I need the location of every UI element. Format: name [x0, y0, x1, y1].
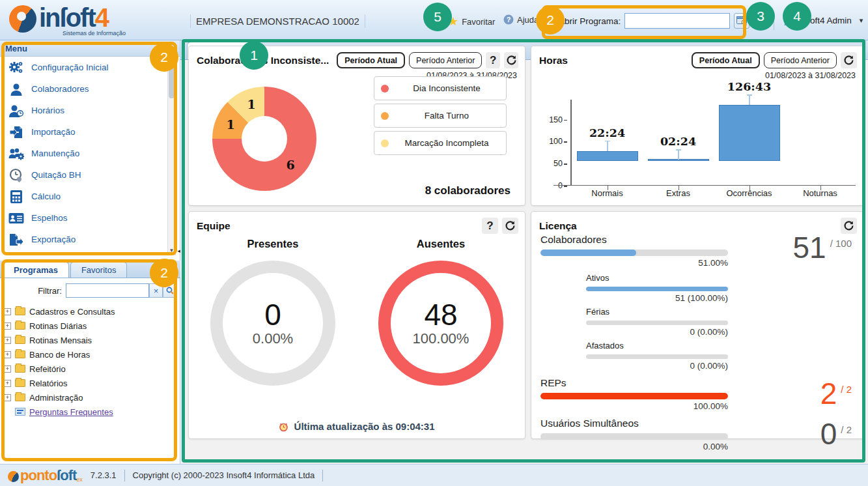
count-suffix: / 100	[830, 238, 852, 249]
error-bar	[607, 141, 608, 151]
legend-label: Marcação Incompleta	[394, 138, 499, 148]
tree-item-banco-de-horas[interactable]: +Banco de Horas	[4, 347, 180, 362]
legend-item-dia-inconsistente[interactable]: Dia Inconsistente	[374, 76, 507, 100]
progress-fill	[586, 287, 728, 291]
filter-input[interactable]	[66, 283, 149, 298]
progress-fill	[540, 393, 728, 399]
expand-icon[interactable]: +	[4, 351, 11, 358]
filter-search-button[interactable]	[163, 283, 176, 298]
count-value: 51	[792, 234, 826, 263]
panel-title: Equipe	[197, 220, 231, 232]
x-label-noturnas: Noturnas	[785, 188, 856, 201]
scroll-down-arrow-icon[interactable]: ▼	[168, 246, 175, 255]
license-row-usuarios: Usuários Simultâneos 0.00% 0 / 2	[540, 418, 856, 451]
menu-item-calculo[interactable]: Cálculo	[0, 186, 167, 207]
menu-item-manutencao[interactable]: Manutenção	[0, 143, 167, 164]
help-button[interactable]: ? Ajuda	[503, 14, 539, 25]
tree-item-label: Relatórios	[29, 379, 68, 388]
x-axis-labels: Normais Extras Ocorrências Noturnas	[572, 188, 856, 201]
refresh-icon	[505, 220, 516, 231]
open-program-lookup-button[interactable]	[734, 13, 749, 29]
period-previous-tab[interactable]: Período Anterior	[764, 52, 837, 68]
user-avatar-icon	[783, 14, 794, 26]
percent-label: 51.00%	[540, 258, 728, 268]
y-tick: 0	[558, 181, 563, 190]
tree-item-rotinas-mensais[interactable]: +Rotinas Mensais	[4, 333, 180, 347]
expand-icon[interactable]: +	[4, 380, 11, 387]
refresh-icon	[843, 220, 854, 231]
y-tick: 100	[549, 137, 563, 146]
panel-horas: Horas Período Atual Período Anterior 01/…	[531, 46, 864, 206]
user-name: Insoft4 Admin	[798, 16, 852, 25]
menu-item-colaboradores[interactable]: Colaboradores	[0, 78, 167, 100]
tree-item-perguntas-frequentes[interactable]: Perguntas Frequentes	[4, 405, 180, 419]
help-button[interactable]: ?	[486, 52, 500, 68]
legend-item-falta-turno[interactable]: Falta Turno	[374, 104, 507, 128]
donut-ring	[212, 87, 316, 191]
expand-icon[interactable]: +	[4, 337, 11, 344]
clock-badge-icon	[8, 167, 25, 183]
filter-label: Filtrar:	[38, 286, 62, 296]
tab-programas[interactable]: Programas	[3, 262, 69, 278]
refresh-button[interactable]	[504, 52, 518, 68]
programs-tabbar: Programas Favoritos	[0, 261, 180, 278]
menu-scrollbar[interactable]: ▼	[167, 60, 176, 255]
logo-main: inſoft	[39, 3, 95, 32]
expand-icon[interactable]: +	[4, 308, 11, 315]
presentes-title: Presentes	[189, 238, 357, 250]
chevron-down-icon[interactable]: ▾	[860, 16, 863, 25]
tree-item-refeitorio[interactable]: +Refeitório	[4, 362, 180, 376]
menu-item-espelhos[interactable]: Espelhos	[0, 207, 167, 229]
donut-legend: Dia Inconsistente Falta Turno Marcação I…	[374, 76, 507, 158]
notifications-button[interactable]	[754, 14, 767, 30]
company-name: EMPRESA DEMONSTRACAO 10002	[190, 14, 365, 28]
menu-item-quitacao-bh[interactable]: Quitação BH	[0, 164, 167, 186]
expand-icon[interactable]: +	[4, 322, 11, 330]
user-menu[interactable]: Insoft4 Admin ▾	[783, 14, 863, 26]
hours-bar-chart: 150 100 50 0 22:24	[540, 97, 858, 201]
menu-item-horarios[interactable]: Horários	[0, 100, 167, 121]
bar[interactable]	[577, 151, 638, 161]
y-tick: 50	[553, 159, 563, 168]
refresh-button[interactable]	[502, 218, 518, 234]
tab-favoritos[interactable]: Favoritos	[70, 262, 127, 278]
panel-title: Licença	[539, 220, 577, 232]
menu-item-exportacao[interactable]: Exportação	[0, 229, 167, 250]
bar[interactable]	[719, 105, 780, 161]
favorite-button[interactable]: ★ Favoritar	[448, 14, 495, 29]
header-bar: inſoft4 Sistemas de Informação EMPRESA D…	[0, 0, 868, 40]
period-current-tab[interactable]: Período Atual	[692, 52, 760, 68]
period-current-tab[interactable]: Período Atual	[337, 52, 405, 68]
percent-label: 100.00%	[540, 401, 728, 411]
tree-item-rotinas-diarias[interactable]: +Rotinas Diárias	[4, 319, 180, 333]
menu-item-label: Horários	[31, 106, 64, 115]
tree-item-label: Administração	[29, 393, 83, 403]
help-button[interactable]: ?	[482, 218, 498, 234]
x-label-ocorrencias: Ocorrências	[714, 188, 785, 201]
refresh-button[interactable]	[841, 52, 857, 68]
donut-value-red: 6	[286, 158, 294, 172]
expand-icon[interactable]: +	[4, 365, 11, 373]
tree-item-administracao[interactable]: +Administração	[4, 390, 180, 405]
legend-item-marcacao-incompleta[interactable]: Marcação Incompleta	[374, 131, 507, 155]
menu-item-configuracao-inicial[interactable]: Configuração Inicial	[0, 57, 167, 78]
license-row-reps: REPs 100.00% 2 / 2	[540, 377, 856, 411]
menu-item-label: Importação	[31, 127, 76, 137]
insoft4-logo-icon	[9, 5, 36, 33]
period-previous-tab[interactable]: Período Anterior	[409, 52, 482, 68]
refresh-button[interactable]	[841, 218, 857, 234]
expand-icon[interactable]: +	[4, 394, 11, 401]
license-label: REPs	[540, 377, 856, 389]
sidebar: Menu Configuração Inicial Colaboradores …	[0, 40, 180, 464]
people-gear-icon	[8, 146, 25, 162]
main-content: Dashboard Colaboradores Inconsiste... Pe…	[180, 40, 868, 464]
open-program-input[interactable]	[624, 13, 730, 29]
tree-item-relatorios[interactable]: +Relatórios	[4, 376, 180, 390]
license-row-ferias: Férias 0 (0.00%)	[586, 307, 856, 337]
menu-item-importacao[interactable]: Importação	[0, 121, 167, 143]
menu-scrollbar-thumb[interactable]	[169, 62, 175, 98]
folder-icon	[15, 322, 25, 330]
bar-value-label: 22:24	[589, 126, 625, 139]
tree-item-cadastros[interactable]: +Cadastros e Consultas	[4, 304, 180, 319]
filter-clear-button[interactable]: ×	[149, 283, 163, 298]
